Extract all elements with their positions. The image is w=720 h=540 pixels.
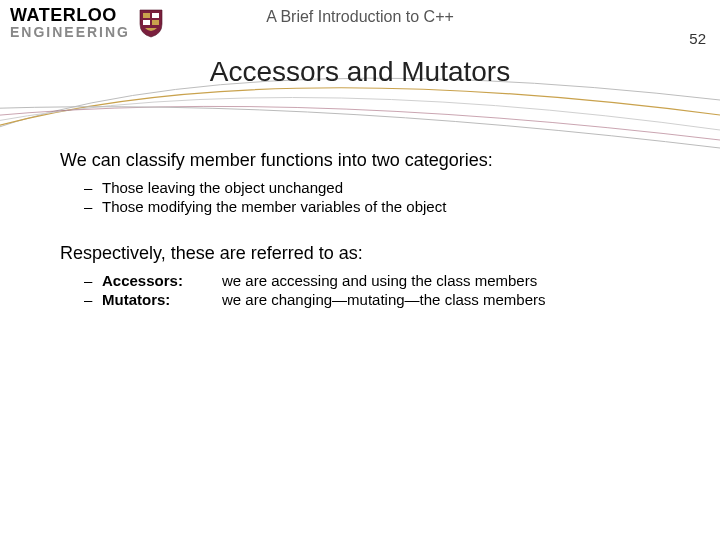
dash-icon: – [84,198,102,215]
list-item: – Those modifying the member variables o… [84,198,680,215]
dash-icon: – [84,179,102,196]
page-number: 52 [689,30,706,47]
list-item: – Those leaving the object unchanged [84,179,680,196]
paragraph-1: We can classify member functions into tw… [60,150,680,171]
list-item: – Mutators: we are changing—mutating—the… [84,291,680,308]
slide-body: We can classify member functions into tw… [60,150,680,336]
header: WATERLOO ENGINEERING A Brief Introductio… [0,0,720,60]
dash-icon: – [84,291,102,308]
slide: WATERLOO ENGINEERING A Brief Introductio… [0,0,720,540]
document-title: A Brief Introduction to C++ [0,8,720,26]
dash-icon: – [84,272,102,289]
term-label: Accessors: [102,272,222,289]
term-label: Mutators: [102,291,222,308]
list-item: – Accessors: we are accessing and using … [84,272,680,289]
logo-line2: ENGINEERING [10,25,130,39]
list-item-text: Those modifying the member variables of … [102,198,680,215]
term-description: we are accessing and using the class mem… [222,272,680,289]
paragraph-2: Respectively, these are referred to as: [60,243,680,264]
list-item-text: Those leaving the object unchanged [102,179,680,196]
bullet-list-1: – Those leaving the object unchanged – T… [84,179,680,215]
bullet-list-2: – Accessors: we are accessing and using … [84,272,680,308]
term-description: we are changing—mutating—the class membe… [222,291,680,308]
slide-title: Accessors and Mutators [0,56,720,88]
